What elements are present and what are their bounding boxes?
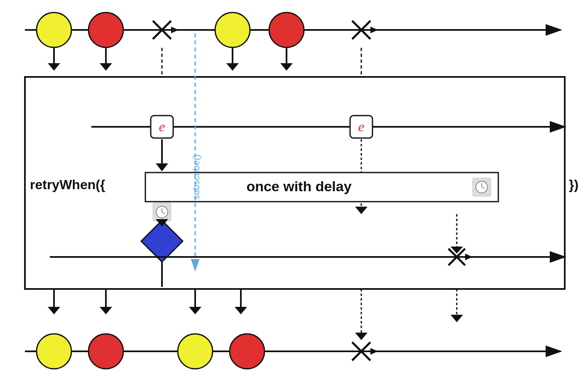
- svg-marker-21: [100, 63, 112, 71]
- svg-marker-13: [370, 27, 378, 33]
- svg-marker-73: [355, 333, 368, 340]
- diagram: retryWhen({ e e once with delay subscrib…: [0, 0, 588, 390]
- svg-marker-19: [48, 63, 60, 71]
- subscribe-label: subscribe(): [191, 154, 201, 200]
- svg-point-5: [88, 12, 123, 47]
- svg-point-4: [37, 12, 71, 47]
- svg-marker-75: [451, 315, 463, 322]
- svg-marker-61: [189, 307, 201, 314]
- svg-marker-8: [171, 27, 179, 33]
- svg-marker-71: [370, 348, 378, 355]
- svg-marker-59: [100, 307, 112, 314]
- operator-label: retryWhen({: [30, 177, 105, 192]
- svg-point-66: [88, 334, 123, 369]
- operator-close: }): [569, 177, 578, 192]
- svg-point-9: [215, 12, 250, 47]
- inner-box-text: once with delay: [246, 178, 351, 194]
- svg-point-10: [269, 12, 304, 47]
- svg-marker-57: [48, 307, 60, 314]
- svg-text:e: e: [358, 119, 364, 134]
- svg-marker-25: [280, 63, 293, 71]
- svg-point-68: [230, 334, 265, 369]
- svg-text:e: e: [159, 119, 165, 134]
- svg-marker-63: [235, 307, 247, 314]
- svg-point-67: [178, 334, 213, 369]
- svg-point-65: [37, 334, 71, 369]
- svg-marker-23: [226, 63, 239, 71]
